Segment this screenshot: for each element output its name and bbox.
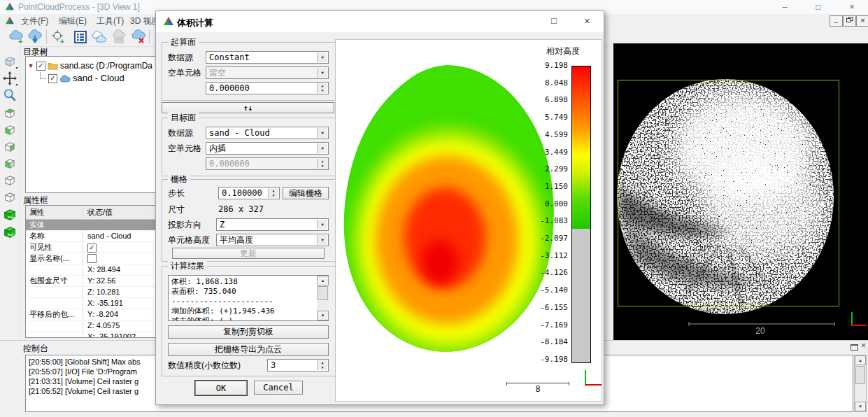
grid-step-input[interactable]: 0.100000 ▲▼	[218, 187, 280, 199]
cloud-open-add-icon[interactable]: +	[8, 29, 24, 45]
results-scrollbar[interactable]: ▲ ▼	[317, 276, 329, 320]
expander-icon[interactable]: ▼	[27, 59, 34, 72]
menu-file[interactable]: 文件(F)	[18, 15, 51, 27]
ground-source-value: Constant	[209, 52, 250, 62]
ceil-empty-select[interactable]: 内插 ▼	[206, 142, 329, 155]
chevron-down-icon[interactable]: ▼	[317, 235, 327, 245]
grid-step-value: 0.100000	[222, 188, 262, 198]
close-icon[interactable]: ×	[841, 0, 862, 14]
mdi-close-icon[interactable]: ×	[856, 15, 868, 27]
scroll-thumb[interactable]	[855, 366, 865, 384]
3d-viewport[interactable]: 20	[613, 43, 868, 340]
chevron-down-icon[interactable]: ▼	[317, 52, 327, 62]
tree-item-label[interactable]: sand - Cloud	[73, 72, 124, 85]
chevron-down-icon[interactable]: ▼	[317, 68, 327, 78]
ground-source-select[interactable]: Constant ▼	[206, 51, 329, 64]
iso-view-cube-icon[interactable]: ▾	[3, 55, 17, 69]
ground-constant-input[interactable]: 0.000000 ▲▼	[206, 82, 329, 94]
precision-input[interactable]: 3 ▲▼	[267, 359, 329, 372]
cloud-pair-icon[interactable]	[92, 29, 107, 45]
visibility-checkbox[interactable]: ✓	[87, 243, 97, 253]
console-scrollbar[interactable]: ▲ ▼	[854, 355, 867, 412]
volume-dialog: 体积计算 □ × 起算面 数据源 Constant ▼ 空单元格 留空 ▼ 0.…	[155, 10, 604, 405]
point-list-icon[interactable]	[73, 29, 88, 45]
tree-item-cloud[interactable]: ✓ sand - Cloud	[27, 72, 157, 85]
prop-label	[26, 298, 83, 309]
tree-item-file[interactable]: ▼ ✓ sand.asc (D:/ProgramDa	[27, 59, 157, 72]
spin-down-icon[interactable]: ▼	[268, 193, 278, 198]
properties-table: 属性 状态/值 实体 名称 sand - Cloud 可见性 ✓ 显示名称(..…	[25, 205, 159, 338]
tree-checkbox[interactable]: ✓	[36, 62, 45, 71]
legend-title: 相对高度	[546, 45, 580, 57]
cell-height-select[interactable]: 平均高度 ▼	[216, 234, 329, 246]
folder-icon	[48, 62, 58, 70]
export-grid-button[interactable]: 把栅格导出为点云	[168, 343, 329, 356]
spin-down-icon[interactable]: ▼	[317, 365, 327, 370]
mdi-minimize-icon[interactable]: _	[830, 15, 843, 27]
menu-edit[interactable]: 编辑(E)	[56, 15, 90, 27]
dialog-maximize-icon[interactable]: □	[551, 15, 557, 26]
table-row: 可见性 ✓	[26, 242, 159, 253]
scroll-down-icon[interactable]: ▼	[855, 402, 866, 411]
dialog-title-bar[interactable]: 体积计算 □ ×	[156, 11, 604, 32]
view-bottom-icon[interactable]	[3, 123, 17, 137]
ground-empty-select[interactable]: 留空 ▼	[206, 66, 329, 79]
table-row: X: -35.191002	[26, 332, 159, 338]
pan-tool-icon[interactable]: ▾	[3, 71, 17, 85]
cloud-delete-icon[interactable]	[131, 29, 146, 45]
table-row: Z: 10.281	[26, 287, 159, 298]
view-left-icon[interactable]	[3, 140, 17, 154]
edit-grid-button[interactable]: 编辑栅格	[283, 187, 329, 199]
spin-down-icon[interactable]: ▼	[317, 88, 327, 93]
tree-checkbox[interactable]: ✓	[48, 74, 57, 83]
show-name-checkbox[interactable]	[87, 254, 97, 263]
column-header[interactable]: 状态/值	[83, 206, 113, 219]
scroll-up-icon[interactable]: ▲	[855, 355, 866, 365]
cancel-button[interactable]: Cancel	[254, 381, 303, 395]
copy-clipboard-button[interactable]: 复制到剪切板	[168, 325, 329, 339]
results-group: 计算结果 体积: 1,868.138表面积: 735.040----------…	[162, 266, 336, 376]
update-button[interactable]: 更新	[172, 248, 325, 259]
point-pick-icon[interactable]: +	[50, 29, 66, 45]
back-view-cube-icon[interactable]: BACK	[3, 225, 17, 239]
section-label: 实体	[26, 220, 45, 230]
legend-tick: 3.449	[522, 148, 568, 157]
front-view-cube-icon[interactable]: FRONT	[3, 208, 17, 222]
tree-item-label[interactable]: sand.asc (D:/ProgramDa	[60, 59, 152, 72]
results-text[interactable]: 体积: 1,868.138表面积: 735.040---------------…	[168, 275, 329, 321]
scroll-down-icon[interactable]: ▼	[317, 311, 329, 320]
swap-surfaces-button[interactable]: ↑↓	[162, 102, 334, 113]
ok-button[interactable]: OK	[195, 381, 247, 395]
view-right-icon[interactable]	[3, 157, 17, 171]
dialog-close-icon[interactable]: ×	[584, 15, 590, 27]
column-header[interactable]: 属性	[26, 206, 83, 219]
ceil-source-label: 数据源	[168, 127, 193, 139]
scroll-thumb[interactable]	[318, 286, 328, 300]
cloud-mesh-disabled-icon[interactable]	[111, 29, 127, 45]
ceil-constant-input[interactable]: 0.000000 ▲▼	[206, 157, 329, 170]
menu-tools[interactable]: 工具(T)	[94, 15, 127, 27]
spin-down-icon[interactable]: ▼	[317, 164, 327, 169]
view-top-icon[interactable]	[3, 106, 17, 120]
mdi-restore-icon[interactable]	[843, 15, 856, 27]
ceil-empty-value: 内插	[209, 143, 226, 153]
legend-tick: -3.112	[522, 252, 568, 260]
chevron-down-icon[interactable]: ▼	[317, 128, 327, 138]
view-back-wire-icon[interactable]	[3, 190, 17, 204]
zoom-tool-icon[interactable]	[3, 88, 17, 102]
svg-text:+: +	[60, 38, 64, 45]
prop-value: Z: 10.281	[83, 287, 120, 297]
chevron-down-icon[interactable]: ▼	[317, 143, 327, 153]
minimize-icon[interactable]: –	[774, 0, 795, 14]
heightmap-viewport[interactable]: 相对高度 9.1988.0486.8985.7494.5993.4492.299…	[335, 39, 602, 402]
cloud-save-download-icon[interactable]	[27, 29, 43, 45]
ceil-source-select[interactable]: sand - Cloud ▼	[206, 127, 329, 139]
dock-close-icon[interactable]: ×	[861, 341, 866, 351]
scroll-up-icon[interactable]: ▲	[317, 276, 329, 285]
maximize-icon[interactable]: □	[808, 0, 829, 14]
view-front-wire-icon[interactable]	[3, 174, 17, 188]
chevron-down-icon[interactable]: ▼	[317, 220, 327, 229]
prop-label	[26, 264, 83, 275]
dock-float-icon[interactable]	[851, 344, 858, 351]
projection-select[interactable]: Z ▼	[216, 218, 329, 231]
